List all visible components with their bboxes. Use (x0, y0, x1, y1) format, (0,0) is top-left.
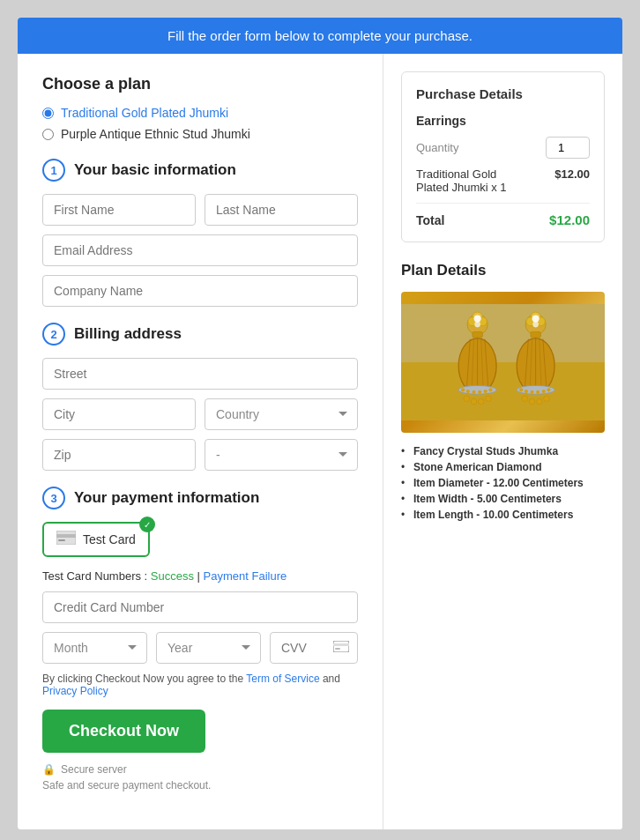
svg-point-29 (471, 398, 477, 405)
email-input[interactable] (42, 234, 358, 266)
test-card-info: Test Card Numbers : Success | Payment Fa… (42, 569, 358, 583)
street-input[interactable] (42, 358, 358, 390)
credit-card-row (42, 591, 358, 623)
total-label: Total (416, 213, 444, 227)
cvv-card-icon (333, 640, 349, 656)
svg-rect-2 (58, 539, 65, 541)
step1-circle: 1 (42, 159, 65, 182)
svg-point-51 (547, 388, 550, 391)
feature-item-4: Item Length - 10.00 Centimeters (401, 509, 605, 521)
lock-icon: 🔒 (42, 763, 56, 776)
feature-item-3: Item Width - 5.00 Centimeters (401, 493, 605, 505)
svg-rect-7 (401, 304, 605, 362)
plan-option-2[interactable]: Purple Antique Ethnic Stud Jhumki (42, 127, 358, 141)
privacy-link[interactable]: Privacy Policy (42, 685, 108, 697)
svg-point-53 (529, 398, 535, 405)
left-panel: Choose a plan Traditional Gold Plated Jh… (18, 54, 383, 829)
email-row (42, 234, 358, 266)
svg-point-13 (474, 322, 480, 328)
first-name-input[interactable] (42, 194, 196, 226)
card-check-badge: ✓ (139, 517, 155, 532)
step2-header: 2 Billing address (42, 323, 358, 346)
country-select[interactable]: Country United States United Kingdom Ind… (205, 398, 358, 430)
credit-card-input[interactable] (42, 591, 358, 623)
svg-point-24 (472, 390, 475, 394)
step2-circle: 2 (42, 323, 65, 346)
secure-server-text: Secure server (61, 763, 127, 776)
month-select[interactable]: Month 0102 0304 0506 0708 0910 1112 (42, 632, 147, 664)
svg-rect-38 (531, 331, 541, 338)
svg-point-54 (536, 398, 542, 405)
zip-state-row: - CA NY TX (42, 439, 358, 471)
svg-rect-3 (333, 641, 349, 652)
svg-rect-14 (473, 331, 483, 338)
terms-text: By clicking Checkout Now you agree to th… (42, 673, 358, 697)
expiry-cvv-row: Month 0102 0304 0506 0708 0910 1112 Year… (42, 632, 358, 664)
feature-item-2: Item Diameter - 12.00 Centimeters (401, 477, 605, 489)
plan-label-2: Purple Antique Ethnic Stud Jhumki (61, 127, 250, 141)
plan-option-1[interactable]: Traditional Gold Plated Jhumki (42, 106, 358, 120)
plan-radio-2[interactable] (42, 129, 54, 140)
street-row (42, 358, 358, 390)
svg-point-25 (478, 390, 481, 394)
terms-link[interactable]: Term of Service (246, 673, 319, 685)
svg-point-55 (544, 396, 550, 402)
card-option[interactable]: Test Card ✓ (42, 522, 150, 557)
plan-radio-1[interactable] (42, 108, 54, 119)
quantity-input[interactable] (546, 137, 590, 159)
feature-item-0: Fancy Crystal Studs Jhumka (401, 445, 605, 457)
plan-details-section: Plan Details (401, 262, 605, 521)
purchase-details-box: Purchase Details Earrings Quantity Tradi… (401, 71, 605, 242)
plan-options-section: Choose a plan Traditional Gold Plated Jh… (42, 75, 358, 141)
secure-info: 🔒 Secure server (42, 763, 358, 776)
card-label: Test Card (83, 532, 136, 546)
total-price: $12.00 (549, 212, 590, 227)
item-row: Traditional Gold Plated Jhumki x 1 $12.0… (416, 167, 590, 204)
company-input[interactable] (42, 275, 358, 307)
top-banner: Fill the order form below to complete yo… (18, 18, 622, 54)
svg-point-23 (466, 390, 470, 393)
step3-circle: 3 (42, 487, 65, 509)
purchase-section-label: Earrings (416, 114, 590, 128)
item-name: Traditional Gold Plated Jhumki x 1 (416, 167, 522, 194)
company-row (42, 275, 358, 307)
state-select[interactable]: - CA NY TX (205, 439, 358, 471)
test-card-text: Test Card Numbers : (42, 569, 147, 583)
svg-rect-5 (335, 648, 340, 650)
svg-point-26 (484, 390, 487, 393)
checkout-button[interactable]: Checkout Now (42, 710, 205, 753)
svg-point-36 (532, 315, 540, 322)
svg-point-30 (478, 398, 484, 405)
cvv-wrap (270, 632, 358, 664)
main-content: Choose a plan Traditional Gold Plated Jh… (18, 54, 622, 829)
success-link[interactable]: Success (151, 569, 194, 583)
name-row (42, 194, 358, 226)
banner-text: Fill the order form below to complete yo… (167, 28, 473, 43)
city-country-row: Country United States United Kingdom Ind… (42, 398, 358, 430)
svg-point-22 (461, 388, 465, 391)
svg-point-28 (464, 396, 470, 402)
svg-point-46 (519, 388, 523, 391)
earrings-image (401, 292, 605, 433)
year-select[interactable]: Year 2024 2025 2026 2027 2028 (156, 632, 261, 664)
plan-features-list: Fancy Crystal Studs Jhumka Stone America… (401, 445, 605, 521)
page-wrapper: Fill the order form below to complete yo… (18, 18, 622, 829)
item-price: $12.00 (554, 167, 590, 181)
right-panel: Purchase Details Earrings Quantity Tradi… (383, 54, 622, 829)
zip-input[interactable] (42, 439, 196, 471)
credit-card-icon (56, 531, 76, 548)
failure-link[interactable]: Payment Failure (204, 569, 287, 583)
step2-title: Billing address (74, 325, 182, 343)
step3-title: Your payment information (74, 489, 259, 507)
svg-rect-1 (56, 534, 76, 538)
city-input[interactable] (42, 398, 196, 430)
last-name-input[interactable] (205, 194, 358, 226)
total-row: Total $12.00 (416, 212, 590, 227)
choose-plan-title: Choose a plan (42, 75, 358, 93)
purchase-details-title: Purchase Details (416, 86, 590, 101)
svg-point-47 (525, 390, 528, 393)
svg-point-12 (474, 315, 481, 322)
svg-point-50 (542, 390, 546, 393)
svg-point-27 (488, 388, 492, 391)
plan-details-title: Plan Details (401, 262, 605, 279)
